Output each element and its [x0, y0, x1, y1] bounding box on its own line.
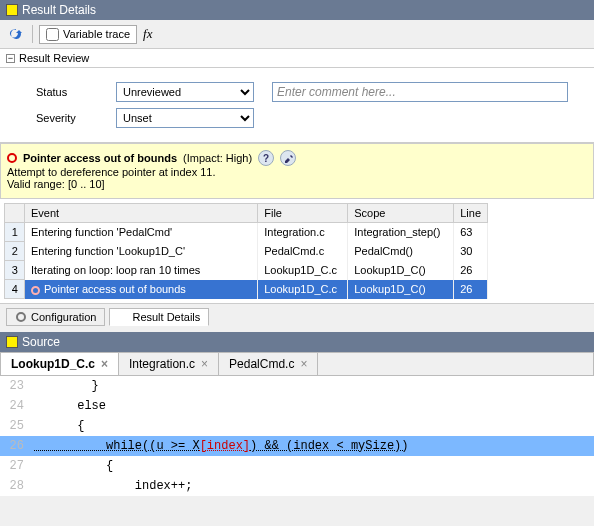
row-file: PedalCmd.c	[258, 242, 348, 261]
result-review-header: − Result Review	[0, 49, 594, 68]
row-scope: Lookup1D_C()	[348, 261, 454, 280]
col-scope[interactable]: Scope	[348, 204, 454, 223]
tab-label: Configuration	[31, 311, 96, 323]
row-file: Lookup1D_C.c	[258, 261, 348, 280]
error-circle-icon	[31, 286, 40, 295]
severity-select[interactable]: Unset	[116, 108, 254, 128]
row-num: 4	[5, 280, 25, 299]
source-header: Source	[0, 332, 594, 352]
tab-result-details[interactable]: Result Details	[109, 308, 209, 326]
row-scope: Lookup1D_C()	[348, 280, 454, 299]
col-file[interactable]: File	[258, 204, 348, 223]
tab-label: Result Details	[132, 311, 200, 323]
src-tab-label: Lookup1D_C.c	[11, 357, 95, 371]
code-text: {	[34, 419, 84, 433]
collapse-icon[interactable]: −	[6, 54, 15, 63]
gear-icon	[15, 311, 27, 323]
row-file: Integration.c	[258, 223, 348, 242]
source-tabs: Lookup1D_C.c × Integration.c × PedalCmd.…	[0, 352, 594, 376]
fx-icon[interactable]: fx	[143, 26, 152, 42]
line-number: 28	[0, 479, 34, 493]
code-line: 23 }	[0, 376, 594, 396]
line-number: 25	[0, 419, 34, 433]
code-text: else	[34, 399, 106, 413]
error-circle-icon	[7, 153, 17, 163]
row-event: Pointer access out of bounds	[24, 280, 257, 299]
row-num: 3	[5, 261, 25, 280]
src-tab-label: Integration.c	[129, 357, 195, 371]
panel-icon	[6, 4, 18, 16]
comment-placeholder: Enter comment here...	[277, 85, 396, 99]
bottom-tabs: Configuration Result Details	[0, 303, 594, 330]
code-text: }	[34, 379, 99, 393]
row-line: 63	[454, 223, 488, 242]
review-form: Status Unreviewed Enter comment here... …	[0, 68, 594, 143]
row-file: Lookup1D_C.c	[258, 280, 348, 299]
table-row-selected[interactable]: 4 Pointer access out of bounds Lookup1D_…	[5, 280, 488, 299]
result-review-title: Result Review	[19, 52, 89, 64]
code-text: {	[34, 459, 113, 473]
severity-row: Severity Unset	[36, 108, 594, 128]
row-num: 1	[5, 223, 25, 242]
tab-configuration[interactable]: Configuration	[6, 308, 105, 326]
trace-header-row: Event File Scope Line	[5, 204, 488, 223]
line-number: 26	[0, 439, 34, 453]
severity-label: Severity	[36, 112, 116, 124]
help-icon[interactable]: ?	[258, 150, 274, 166]
variable-trace-toggle[interactable]: Variable trace	[39, 25, 137, 44]
source-tab-lookup[interactable]: Lookup1D_C.c ×	[1, 353, 119, 375]
row-event: Entering function 'PedalCmd'	[24, 223, 257, 242]
col-blank	[5, 204, 25, 223]
row-event: Iterating on loop: loop ran 10 times	[24, 261, 257, 280]
code-line: 27 {	[0, 456, 594, 476]
refresh-icon[interactable]	[6, 24, 26, 44]
trace-area: Event File Scope Line 1 Entering functio…	[0, 199, 594, 303]
src-tab-label: PedalCmd.c	[229, 357, 294, 371]
panel-icon	[6, 336, 18, 348]
finding-title-row: Pointer access out of bounds (Impact: Hi…	[7, 150, 587, 166]
row-num: 2	[5, 242, 25, 261]
code-line: 24 else	[0, 396, 594, 416]
tools-icon[interactable]	[280, 150, 296, 166]
result-details-header: Result Details	[0, 0, 594, 20]
code-line: 25 {	[0, 416, 594, 436]
row-line: 26	[454, 280, 488, 299]
close-icon[interactable]: ×	[201, 357, 208, 371]
toolbar-divider	[32, 25, 33, 43]
variable-trace-checkbox[interactable]	[46, 28, 59, 41]
finding-banner: Pointer access out of bounds (Impact: Hi…	[0, 143, 594, 199]
table-row[interactable]: 2 Entering function 'Lookup1D_C' PedalCm…	[5, 242, 488, 261]
status-row: Status Unreviewed Enter comment here...	[36, 82, 594, 102]
line-number: 24	[0, 399, 34, 413]
close-icon[interactable]: ×	[101, 357, 108, 371]
col-line[interactable]: Line	[454, 204, 488, 223]
trace-table: Event File Scope Line 1 Entering functio…	[4, 203, 488, 299]
code-line: 28 index++;	[0, 476, 594, 496]
finding-title: Pointer access out of bounds	[23, 152, 177, 164]
panel-title: Result Details	[22, 3, 96, 17]
close-icon[interactable]: ×	[300, 357, 307, 371]
variable-trace-label: Variable trace	[63, 28, 130, 40]
col-event[interactable]: Event	[24, 204, 257, 223]
code-text: while((u >= X[index]) && (index < mySize…	[34, 439, 409, 453]
code-editor[interactable]: 23 } 24 else 25 { 26 while((u >= X[index…	[0, 376, 594, 496]
source-tab-integration[interactable]: Integration.c ×	[119, 353, 219, 375]
finding-impact: (Impact: High)	[183, 152, 252, 164]
code-text: index++;	[34, 479, 192, 493]
line-number: 27	[0, 459, 34, 473]
panel-icon	[118, 312, 128, 322]
source-tab-pedalcmd[interactable]: PedalCmd.c ×	[219, 353, 318, 375]
line-number: 23	[0, 379, 34, 393]
row-scope: PedalCmd()	[348, 242, 454, 261]
status-select[interactable]: Unreviewed	[116, 82, 254, 102]
table-row[interactable]: 3 Iterating on loop: loop ran 10 times L…	[5, 261, 488, 280]
row-scope: Integration_step()	[348, 223, 454, 242]
finding-detail-2: Valid range: [0 .. 10]	[7, 178, 587, 190]
row-line: 26	[454, 261, 488, 280]
source-title: Source	[22, 335, 60, 349]
comment-input[interactable]: Enter comment here...	[272, 82, 568, 102]
table-row[interactable]: 1 Entering function 'PedalCmd' Integrati…	[5, 223, 488, 242]
finding-detail-1: Attempt to dereference pointer at index …	[7, 166, 587, 178]
toolbar: Variable trace fx	[0, 20, 594, 49]
code-line-highlighted: 26 while((u >= X[index]) && (index < myS…	[0, 436, 594, 456]
